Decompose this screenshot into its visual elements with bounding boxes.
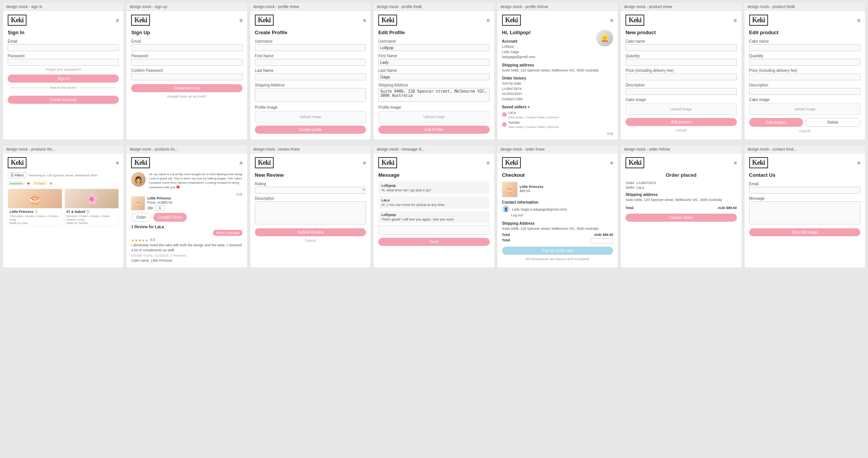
hamburger-icon[interactable]: ≡ (116, 17, 119, 23)
hamburger-icon[interactable]: ≡ (857, 160, 860, 166)
username-input[interactable] (378, 44, 489, 51)
logo[interactable]: Keki (8, 157, 27, 168)
first-name-input[interactable] (378, 59, 489, 66)
password-input[interactable] (131, 59, 242, 66)
seller-name[interactable]: LaLa (508, 110, 559, 116)
create-account-button[interactable]: Create Account (131, 84, 242, 92)
logo[interactable]: Keki (749, 15, 768, 26)
first-name-input[interactable] (255, 59, 366, 66)
desc-input[interactable] (625, 88, 737, 95)
logo[interactable]: Keki (625, 157, 644, 168)
upload-image-area[interactable]: Upload image (625, 103, 737, 115)
sign-in-button[interactable]: Sign In (8, 75, 119, 83)
hamburger-icon[interactable]: ≡ (733, 17, 737, 23)
logo[interactable]: Keki (378, 15, 397, 26)
logo[interactable]: Keki (255, 157, 274, 168)
shipping-address-input[interactable]: Suite 0486, 120 Spencer street, Melbourn… (378, 88, 489, 102)
quantity-input[interactable] (625, 59, 737, 66)
upload-image-area[interactable]: Upload image (749, 103, 860, 115)
contact-seller-button[interactable]: Contact Seller (625, 214, 737, 222)
logo[interactable]: Keki (749, 157, 768, 168)
qty-input[interactable] (155, 205, 165, 211)
order-sort[interactable]: Sort by Date (502, 81, 613, 86)
heart-icon[interactable]: ♥ (27, 181, 30, 186)
heart-icon-2[interactable]: ♥ (50, 181, 53, 186)
password-input[interactable] (8, 59, 119, 66)
description-input[interactable] (255, 201, 366, 224)
last-name-input[interactable] (378, 73, 489, 80)
email-label: Email (749, 182, 860, 186)
delete-button[interactable]: Delete (805, 118, 860, 127)
total-value: AUD $89.50 (718, 206, 737, 210)
price-input[interactable] (749, 73, 860, 80)
hamburger-icon[interactable]: ≡ (857, 17, 860, 23)
username-input[interactable] (255, 44, 366, 51)
quantity-input[interactable] (749, 59, 860, 66)
rating-input[interactable] (255, 187, 366, 194)
hamburger-icon[interactable]: ≡ (239, 160, 243, 166)
hamburger-icon[interactable]: ≡ (610, 17, 613, 23)
message-input[interactable] (378, 226, 489, 235)
edit-product-button[interactable]: Edit product (749, 118, 803, 127)
cake-name-input[interactable] (625, 44, 737, 51)
create-profile-button[interactable]: Create profile (255, 126, 366, 134)
add-product-button[interactable]: Add product (625, 118, 737, 126)
hamburger-icon[interactable]: ≡ (363, 160, 366, 166)
hamburger-icon[interactable]: ≡ (239, 17, 243, 23)
create-account-button[interactable]: Create Account (8, 96, 119, 104)
hamburger-icon[interactable]: ≡ (116, 160, 119, 166)
forgot-password-link[interactable]: Forgot your password? (8, 68, 119, 71)
product-item[interactable]: 🎂 Little Princess ⓘ Chocolate • Honey • … (8, 189, 62, 226)
heart-icon[interactable]: ♥ (240, 172, 243, 178)
send-message-button[interactable]: Send Message (749, 228, 860, 236)
shipping-address-input[interactable] (255, 88, 366, 102)
order-button[interactable]: Order (131, 213, 151, 222)
last-name-input[interactable] (255, 73, 366, 80)
message-input[interactable] (749, 201, 860, 224)
upload-image-area[interactable]: Upload Image (255, 111, 366, 123)
hamburger-icon[interactable]: ≡ (487, 160, 490, 166)
hamburger-icon[interactable]: ≡ (363, 17, 366, 23)
edit-profile-button[interactable]: Edit Profile (378, 126, 489, 134)
upload-image-area[interactable]: Upload Image (378, 111, 489, 123)
logo[interactable]: Keki (131, 15, 150, 26)
logo[interactable]: Keki (8, 15, 27, 26)
logo[interactable]: Keki (502, 15, 521, 26)
cancel-link[interactable]: Cancel (255, 239, 366, 242)
cake-name-input[interactable] (749, 44, 860, 51)
email-input[interactable] (749, 187, 860, 194)
pay-credit-button[interactable]: Pay by credit card (502, 247, 613, 255)
cancel-link[interactable]: Cancel (625, 128, 737, 132)
desc-input[interactable] (749, 88, 860, 95)
send-button[interactable]: Send (378, 238, 489, 246)
write-review-button[interactable]: Write a Review (213, 230, 242, 236)
hamburger-icon[interactable]: ≡ (487, 17, 490, 23)
logout-link[interactable]: Log out (511, 213, 613, 218)
email-input[interactable] (131, 44, 242, 51)
filters-button[interactable]: ☰ Filters (8, 172, 27, 178)
logo[interactable]: Keki (625, 15, 644, 26)
price-input[interactable] (625, 73, 737, 80)
edit-link[interactable]: Edit (502, 132, 613, 136)
logo[interactable]: Keki (378, 157, 397, 168)
order-item[interactable]: AC05319237 (502, 91, 613, 97)
logo[interactable]: Keki (255, 15, 274, 26)
seller-links[interactable]: View Seller | Contact Seller | Remove (508, 116, 559, 119)
logo[interactable]: Keki (131, 157, 150, 168)
order-item[interactable]: CO08217389 (502, 97, 613, 102)
submit-review-button[interactable]: Submit Review (255, 228, 366, 236)
hamburger-icon[interactable]: ≡ (610, 160, 613, 166)
seller-name[interactable]: Twinkie (508, 120, 559, 126)
already-account-link[interactable]: Already have an account? (131, 95, 242, 98)
contact-seller-button[interactable]: Contact Seller (153, 213, 187, 222)
order-item[interactable]: LA38472874 (502, 86, 613, 92)
product-item[interactable]: 🌸 57 & Naked ⓘ Mousse • Flower • Candy •… (65, 189, 119, 226)
confirm-password-input[interactable] (131, 73, 242, 80)
logo[interactable]: Keki (502, 157, 521, 168)
cancel-link[interactable]: Cancel (749, 129, 860, 133)
hamburger-icon[interactable]: ≡ (733, 160, 737, 166)
credit-input[interactable] (590, 238, 613, 244)
email-input[interactable] (8, 44, 119, 51)
edit-link[interactable]: Edit (131, 192, 242, 196)
seller-links[interactable]: View Seller | Contact Seller | Remove (508, 125, 559, 129)
